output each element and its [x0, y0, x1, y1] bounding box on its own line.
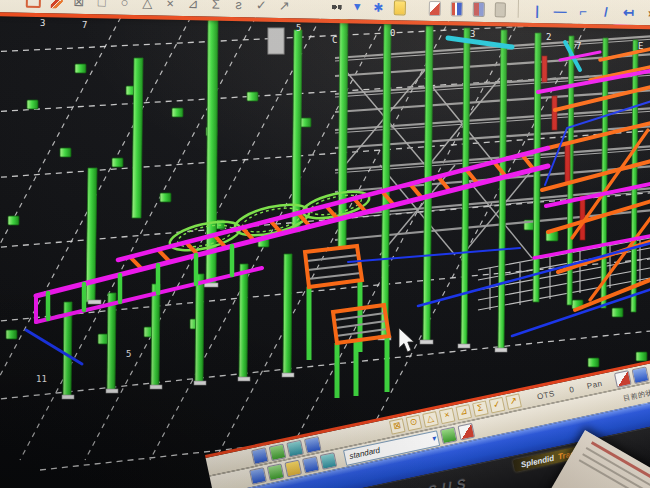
view-corner-icon[interactable]: ⌐ [576, 3, 589, 19]
snap-perp-icon[interactable]: ⊿ [455, 404, 472, 421]
zoom-tool-icon[interactable] [304, 435, 322, 453]
perpendicular-icon[interactable]: ⊿ [186, 0, 199, 11]
view-anchor-icon[interactable]: ↤ [622, 4, 635, 20]
snap-intersect-icon[interactable]: × [439, 407, 456, 424]
toolbar-separator [518, 0, 519, 18]
status-ots: OTS [536, 389, 555, 402]
selection-filter-value: standard [349, 446, 381, 461]
grid-label: 7 [82, 20, 87, 30]
grid-label: 0 [390, 28, 395, 38]
conveyor-support-columns [63, 254, 292, 396]
filter-icon[interactable]: ▼ [351, 0, 363, 15]
snap-center-icon[interactable]: ⊙ [406, 415, 423, 432]
snap-points-icon[interactable]: ✱ [373, 0, 385, 15]
pan-tool-icon[interactable] [269, 443, 287, 461]
grid-label: C [332, 35, 337, 45]
monitor-photo: 3 7 5 C 0 3 2 7 E 11 5 ⊠ □ ○ △ × ⊿ Σ ƨ [0, 0, 650, 488]
intersection-point-icon[interactable]: × [164, 0, 177, 11]
gray-stub-column [268, 28, 284, 54]
select-assembly-icon[interactable] [284, 460, 302, 478]
filter-clear-icon[interactable] [457, 423, 475, 441]
check-icon[interactable]: ✓ [255, 0, 268, 13]
snap-confirm-icon[interactable]: ✓ [489, 397, 506, 414]
snap-free-icon[interactable]: ⊠ [72, 0, 85, 9]
grid-label: 7 [576, 41, 581, 51]
draw-triangle-icon[interactable]: △ [141, 0, 154, 10]
mouse-cursor-icon [399, 328, 414, 352]
select-tool-icon[interactable] [251, 447, 269, 465]
rotate-tool-icon[interactable] [286, 439, 304, 457]
note-icon[interactable] [394, 0, 406, 15]
find-icon[interactable] [330, 0, 342, 14]
clipped-tool-icon[interactable] [26, 0, 42, 8]
status-mode: Pan [586, 378, 603, 390]
snap-sum-icon[interactable]: Σ [472, 400, 489, 417]
asus-logo: ASUS [412, 474, 471, 488]
draw-circle-icon[interactable]: ○ [118, 0, 131, 10]
filter-apply-icon[interactable] [440, 426, 458, 444]
view-line-icon[interactable]: | [531, 2, 544, 18]
conveyor-base-plates [62, 373, 294, 399]
select-grid-icon[interactable] [320, 452, 338, 470]
draw-rectangle-icon[interactable]: □ [95, 0, 108, 9]
green-fittings [6, 64, 647, 367]
grid-label: 5 [296, 23, 301, 33]
spline-icon[interactable]: ƨ [232, 0, 245, 12]
weld-tool-icon[interactable] [51, 0, 63, 9]
plane-color-icon[interactable] [613, 370, 631, 388]
flags-icon[interactable] [451, 1, 463, 16]
grid-label: E [638, 41, 643, 51]
view-beam-icon[interactable]: — [553, 2, 566, 18]
select-components-icon[interactable] [267, 463, 285, 481]
snap-any-icon[interactable]: ⊠ [389, 418, 406, 435]
platform-infill [307, 255, 387, 336]
grid-label: 3 [40, 18, 45, 28]
grid-label: 2 [546, 32, 551, 42]
select-points-icon[interactable] [302, 456, 320, 474]
blank-tool-icon[interactable] [494, 2, 506, 17]
grid-label: 3 [470, 29, 475, 39]
phase-note: 目前的状态 1 [622, 384, 650, 403]
sum-icon[interactable]: Σ [209, 0, 222, 12]
select-objects-icon[interactable] [249, 467, 267, 485]
orange-platforms [305, 246, 389, 398]
marker-icon[interactable] [429, 1, 441, 16]
fast-forward-icon[interactable]: » [645, 4, 650, 20]
phase-icon[interactable] [472, 2, 484, 17]
arrow-ne-icon[interactable]: ↗ [278, 0, 291, 13]
snap-extend-icon[interactable]: ↗ [505, 393, 522, 410]
sticker-splendid-label: Splendid [520, 453, 555, 469]
snap-midpoint-icon[interactable]: △ [422, 411, 439, 428]
plane-depth-icon[interactable] [631, 366, 649, 384]
grid-label: 5 [126, 349, 131, 359]
status-count: 0 [568, 384, 575, 394]
grid-label: 11 [36, 374, 47, 384]
view-diagonal-icon[interactable]: / [599, 3, 612, 19]
